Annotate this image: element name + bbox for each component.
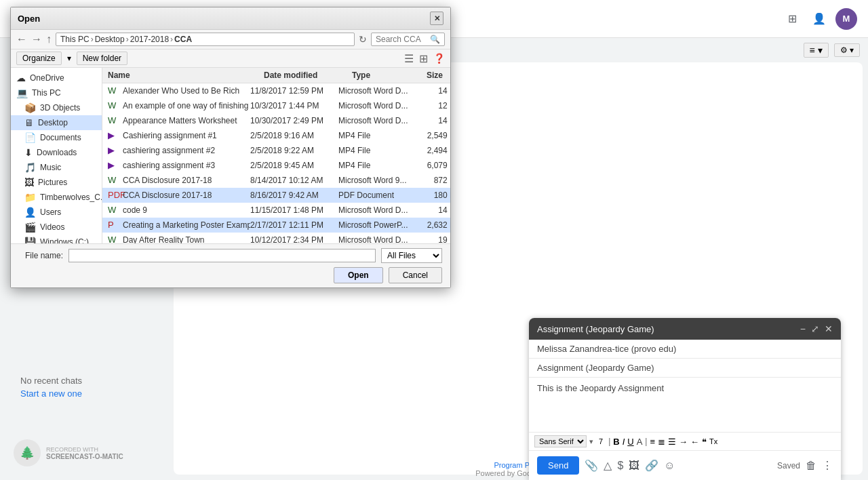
remove-format-button[interactable]: Tx [709,437,717,445]
indent-button[interactable]: → [679,437,688,447]
nav-item-windows[interactable]: 💾 Windows (C:) [11,235,102,243]
breadcrumb-desktop[interactable]: Desktop [95,35,125,44]
file-dialog-close-button[interactable]: ✕ [430,12,443,25]
file-name: code 9 [123,205,147,215]
nav-item-documents[interactable]: 📄 Documents [11,130,102,145]
compose-minimize-icon[interactable]: − [800,323,806,334]
file-name: cashiering assignment #2 [123,146,215,155]
ordered-list-button[interactable]: ≣ [658,437,665,447]
table-row[interactable]: P Creating a Marketing Poster Example 2/… [102,218,450,233]
breadcrumb-this-pc[interactable]: This PC [60,35,90,44]
view-grid-button[interactable]: ⊞ [419,52,428,65]
compose-expand-icon[interactable]: ⤢ [811,323,819,334]
table-row[interactable]: ▶ cashiering assignment #2 2/5/2018 9:22… [102,143,450,158]
delete-compose-icon[interactable]: 🗑 [806,460,816,472]
more-options-icon[interactable]: ⋮ [822,459,833,472]
up-button[interactable]: ↑ [46,33,52,45]
file-type-label: Microsoft Word D... [338,205,413,215]
bold-button[interactable]: B [613,437,619,447]
view-list-button[interactable]: ☰ [404,52,414,65]
nav-item-3d-objects[interactable]: 📦 3D Objects [11,100,102,115]
breadcrumb-cca[interactable]: CCA [174,35,192,44]
filename-input[interactable] [68,249,376,262]
refresh-button[interactable]: ↻ [359,34,367,45]
text-color-button[interactable]: A [637,437,643,447]
nav-item-music[interactable]: 🎵 Music [11,160,102,175]
nav-item-users[interactable]: 👤 Users [11,205,102,220]
desktop-icon: 🖥 [24,117,34,128]
italic-button[interactable]: I [623,437,625,447]
settings-button[interactable]: ⚙ ▾ [834,43,860,57]
file-dialog-bottom: File name: All Files Open Cancel [11,243,450,287]
help-button[interactable]: ❓ [433,53,445,64]
table-row[interactable]: W An example of one way of finishing the… [102,98,450,113]
font-family-select[interactable]: Sans Serif [534,435,587,447]
dialog-buttons: Open Cancel [19,267,442,283]
photo-icon[interactable]: 🖼 [629,460,639,472]
file-name: An example of one way of finishing the a… [123,101,250,111]
font-size-label: ▾ [589,437,593,446]
view-toggle-button[interactable]: ≡ ▾ [804,43,829,58]
col-header-type[interactable]: Type [352,71,427,80]
file-size: 14 KB [413,86,450,96]
nav-item-desktop[interactable]: 🖥 Desktop [11,115,102,130]
account-button[interactable]: 👤 [808,8,830,30]
file-date: 10/3/2017 1:44 PM [250,101,338,111]
search-input[interactable] [376,35,430,44]
avatar[interactable]: M [835,8,857,30]
file-size: 6,079 KB [413,161,450,170]
breadcrumb-2017-2018[interactable]: 2017-2018 [130,35,169,44]
send-button[interactable]: Send [537,456,579,475]
nav-item-timberwolves[interactable]: 📁 Timberwolves_C... [11,190,102,205]
watermark-circle: 🌲 [14,439,41,466]
emoji-icon[interactable]: ☺ [664,460,675,472]
compose-body-text: This is the Jeopardy Assignment [537,383,664,393]
apps-button[interactable]: ⊞ [781,8,803,30]
col-header-size[interactable]: Size [427,71,450,80]
dollar-icon[interactable]: $ [617,460,623,472]
table-row[interactable]: W Appearance Matters Worksheet 10/30/201… [102,113,450,128]
nav-item-downloads[interactable]: ⬇ Downloads [11,145,102,160]
table-row[interactable]: W Day After Reality Town 10/12/2017 2:34… [102,233,450,243]
table-row[interactable]: ▶ cashiering assignment #3 2/5/2018 9:45… [102,158,450,173]
nav-item-videos[interactable]: 🎬 Videos [11,220,102,235]
new-folder-button[interactable]: New folder [77,52,127,65]
unordered-list-button[interactable]: ☰ [668,437,676,447]
forward-button[interactable]: → [31,33,42,45]
file-size: 19 KB [413,235,450,243]
table-row[interactable]: W code 9 11/15/2017 1:48 PM Microsoft Wo… [102,203,450,218]
underline-button[interactable]: U [627,437,633,447]
compose-close-icon[interactable]: ✕ [825,323,833,334]
file-type-icon: W [108,205,119,216]
downloads-icon: ⬇ [24,147,33,158]
table-row[interactable]: W Alexander Who Used to Be Rich 11/8/201… [102,83,450,98]
search-icon: 🔍 [430,35,440,44]
compose-body[interactable]: This is the Jeopardy Assignment [529,378,841,432]
header-icons: ⊞ 👤 M [781,8,857,30]
table-row[interactable]: W CCA Disclosure 2017-18 8/14/2017 10:12… [102,173,450,188]
drive-icon[interactable]: △ [604,459,612,472]
nav-label-windows: Windows (C:) [40,237,89,243]
col-header-date[interactable]: Date modified [264,71,352,80]
attach-icon[interactable]: 📎 [585,459,598,472]
nav-item-this-pc[interactable]: 💻 This PC [11,85,102,100]
col-header-name[interactable]: Name [108,71,264,80]
align-button[interactable]: ≡ [650,437,655,447]
table-row[interactable]: ▶ Cashiering assignment #1 2/5/2018 9:16… [102,128,450,143]
outdent-button[interactable]: ← [690,437,699,447]
filetype-select[interactable]: All Files [381,248,442,263]
blockquote-button[interactable]: ❝ [702,437,707,447]
nav-item-pictures[interactable]: 🖼 Pictures [11,175,102,190]
open-button[interactable]: Open [334,267,383,283]
nav-pane: ☁ OneDrive 💻 This PC 📦 3D Objects 🖥 Desk… [11,68,102,243]
table-row[interactable]: PDF CCA Disclosure 2017-18 8/16/2017 9:4… [102,188,450,203]
start-chat-link[interactable]: Start a new one [20,388,82,399]
nav-item-onedrive[interactable]: ☁ OneDrive [11,71,102,85]
videos-icon: 🎬 [24,222,36,233]
cancel-button[interactable]: Cancel [389,267,442,283]
link-icon[interactable]: 🔗 [645,459,658,472]
compose-subject-field: Assignment (Jeopardy Game) [529,359,841,378]
organize-button[interactable]: Organize [16,52,62,65]
back-button[interactable]: ← [16,33,27,45]
file-date: 10/12/2017 2:34 PM [250,235,338,243]
